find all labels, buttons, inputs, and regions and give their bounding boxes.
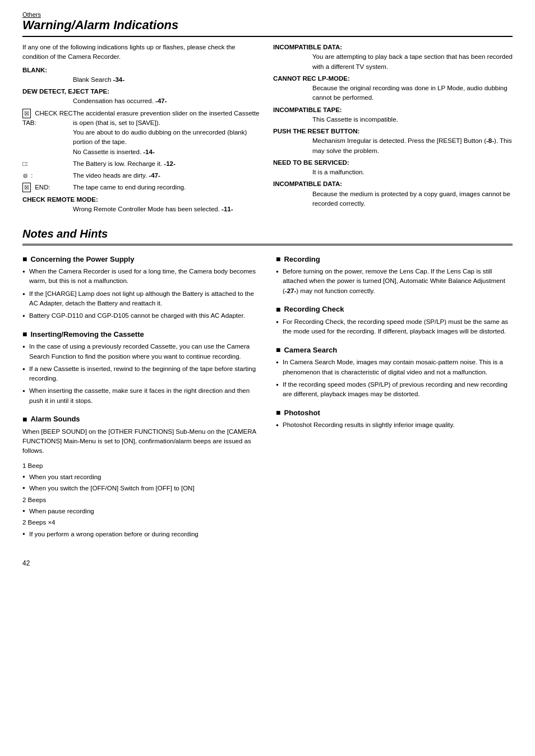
section-recording: Recording Before turning on the power, r… <box>276 254 513 296</box>
battery-text: The Battery is low. Recharge it. -12- <box>73 159 176 169</box>
power-supply-heading: Concerning the Power Supply <box>22 254 259 263</box>
photoshot-heading: Photoshot <box>276 408 513 417</box>
page-container: Others Warning/Alarm Indications If any … <box>22 11 513 567</box>
top-rule <box>22 36 513 37</box>
dew-detect-warning: DEW DETECT, EJECT TAPE: Condensation has… <box>22 87 262 106</box>
section-photoshot: Photoshot Photoshot Recording results in… <box>276 408 513 430</box>
incompatible-data-2: INCOMPATIBLE DATA: Because the medium is… <box>273 179 513 208</box>
alarm-sounds-para: When [BEEP SOUND] on the [OTHER FUNCTION… <box>22 427 259 456</box>
page-number: 42 <box>22 559 513 567</box>
section-alarm-sounds: Alarm Sounds When [BEEP SOUND] on the [O… <box>22 415 259 539</box>
battery-warning: □: The Battery is low. Recharge it. -12- <box>22 159 262 169</box>
alarm-list-pause-recording: When pause recording <box>22 506 259 516</box>
end-text: The tape came to end during recording. <box>73 183 186 192</box>
warning-layout: If any one of the following indications … <box>22 43 513 216</box>
alarm-list-switch-on: When you switch the [OFF/ON] Switch from… <box>22 483 259 493</box>
alarm-sounds-heading: Alarm Sounds <box>22 415 259 424</box>
main-title: Warning/Alarm Indications <box>22 18 513 33</box>
section-inserting-removing: Inserting/Removing the Cassette In the c… <box>22 330 259 406</box>
inserting-removing-heading: Inserting/Removing the Cassette <box>22 330 259 338</box>
notes-left: Concerning the Power Supply When the Cam… <box>22 254 259 548</box>
alarm-sounds-list: 1 Beep When you start recording When you… <box>22 461 259 540</box>
alarm-list-start-recording: When you start recording <box>22 472 259 482</box>
notes-right: Recording Before turning on the power, r… <box>276 254 513 548</box>
recording-check-heading: Recording Check <box>276 305 513 314</box>
others-label: Others <box>22 11 513 18</box>
recording-heading: Recording <box>276 254 513 263</box>
check-remote-text: Wrong Remote Controller Mode has been se… <box>73 205 262 214</box>
alarm-list-2-beeps: 2 Beeps <box>22 495 259 505</box>
check-rec-tab: ☒ CHECK REC TAB: The accidental erasure … <box>22 109 262 157</box>
battery-symbol: □: <box>22 159 73 169</box>
power-bullet-3: Battery CGP-D110 and CGP-D105 cannot be … <box>22 311 259 321</box>
header: Others Warning/Alarm Indications <box>22 11 513 33</box>
camera-search-heading: Camera Search <box>276 345 513 354</box>
video-heads-text: The video heads are dirty. -47- <box>73 171 160 180</box>
power-bullet-2: If the [CHARGE] Lamp does not light up a… <box>22 289 259 309</box>
video-heads-warning: ⦻ : The video heads are dirty. -47- <box>22 171 262 180</box>
section-camera-search: Camera Search In Camera Search Mode, ima… <box>276 345 513 399</box>
push-reset: PUSH THE RESET BUTTON: Mechanism Irregul… <box>273 127 513 156</box>
check-rec-tab-label: ☒ CHECK REC TAB: <box>22 109 73 128</box>
check-remote-warning: CHECK REMOTE MODE: Wrong Remote Controll… <box>22 195 262 215</box>
incompatible-data-1: INCOMPATIBLE DATA: You are attempting to… <box>273 43 513 72</box>
notes-title: Notes and Hints <box>22 228 513 240</box>
end-warning: ☒ END: The tape came to end during recor… <box>22 183 262 192</box>
dew-detect-text: Condensation has occurred. -47- <box>73 96 262 106</box>
section-power-supply: Concerning the Power Supply When the Cam… <box>22 254 259 321</box>
notes-layout: Concerning the Power Supply When the Cam… <box>22 254 513 548</box>
incompatible-tape: INCOMPATIBLE TAPE: This Cassette is inco… <box>273 105 513 125</box>
warning-left: If any one of the following indications … <box>22 43 262 216</box>
end-label: ☒ END: <box>22 183 73 192</box>
notes-rule <box>22 244 513 245</box>
inserting-bullet-1: In the case of using a previously record… <box>22 342 259 361</box>
camera-search-bullet-1: In Camera Search Mode, images may contai… <box>276 358 513 377</box>
warning-right: INCOMPATIBLE DATA: You are attempting to… <box>273 43 513 216</box>
check-rec-tab-text: The accidental erasure prevention slider… <box>73 109 262 157</box>
inserting-bullet-3: When inserting the cassette, make sure i… <box>22 386 259 406</box>
recording-bullet-1: Before turning on the power, remove the … <box>276 267 513 296</box>
power-bullet-1: When the Camera Recorder is used for a l… <box>22 267 259 286</box>
video-heads-symbol: ⦻ : <box>22 171 73 180</box>
blank-text: Blank Search -34- <box>73 75 262 85</box>
camera-search-bullet-2: If the recording speed modes (SP/LP) of … <box>276 380 513 400</box>
alarm-list-2-beeps-x4: 2 Beeps ×4 <box>22 517 259 527</box>
alarm-list-wrong-operation: If you perform a wrong operation before … <box>22 529 259 539</box>
photoshot-bullet-1: Photoshot Recording results in slightly … <box>276 420 513 430</box>
need-serviced: NEED TO BE SERVICED: It is a malfunction… <box>273 158 513 178</box>
recording-check-bullet-1: For Recording Check, the recording speed… <box>276 317 513 337</box>
blank-warning: BLANK:Blank Search -34- <box>22 66 262 85</box>
intro-text: If any one of the following indications … <box>22 43 262 62</box>
section-recording-check: Recording Check For Recording Check, the… <box>276 305 513 337</box>
inserting-bullet-2: If a new Cassette is inserted, rewind to… <box>22 364 259 384</box>
cannot-rec-lp: CANNOT REC LP-MODE: Because the original… <box>273 74 513 103</box>
alarm-list-1-beep: 1 Beep <box>22 461 259 471</box>
